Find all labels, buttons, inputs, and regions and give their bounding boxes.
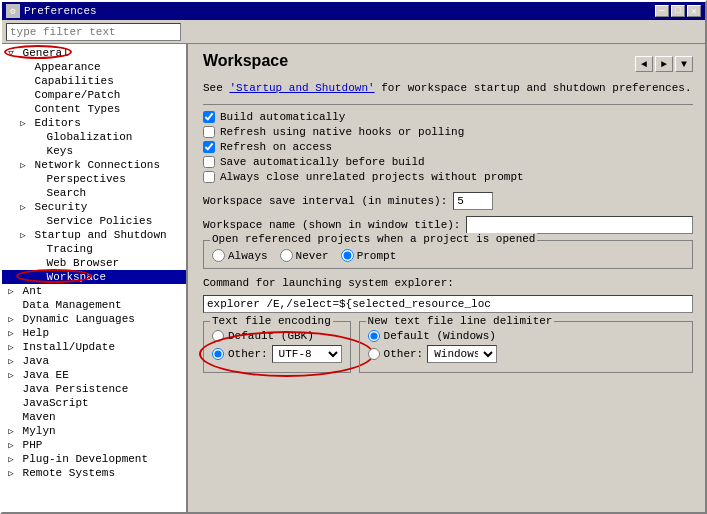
sidebar-item-editors[interactable]: ▷ Editors (2, 116, 186, 130)
sidebar-item-mylyn[interactable]: ▷ Mylyn (2, 424, 186, 438)
radio-delimiter-default[interactable] (368, 330, 380, 342)
content-panel: Workspace ◄ ► ▼ See 'Startup and Shutdow… (191, 44, 705, 512)
back-button[interactable]: ◄ (635, 56, 653, 72)
sidebar-item-network[interactable]: ▷ Network Connections (2, 158, 186, 172)
radio-prompt[interactable] (341, 249, 354, 262)
sidebar-item-general[interactable]: ▽ General (2, 46, 186, 60)
sidebar-label-editors: Editors (35, 117, 81, 129)
panel-title: Workspace (203, 52, 288, 70)
radio-encoding-other[interactable] (212, 348, 224, 360)
line-delimiter-title: New text file line delimiter (366, 315, 555, 327)
sidebar-item-plugin-dev[interactable]: ▷ Plug-in Development (2, 452, 186, 466)
expander-general: ▽ (6, 48, 16, 59)
sidebar-item-compare[interactable]: Compare/Patch (2, 88, 186, 102)
sidebar-item-service-policies[interactable]: Service Policies (2, 214, 186, 228)
expander-network: ▷ (18, 160, 28, 171)
sidebar: ▽ General Appearance Capabilities Compar… (2, 44, 187, 512)
command-label: Command for launching system explorer: (203, 277, 454, 289)
encoding-default-row: Default (GBK) (212, 330, 342, 342)
sidebar-item-globalization[interactable]: Globalization (2, 130, 186, 144)
startup-shutdown-link[interactable]: 'Startup and Shutdown' (229, 82, 374, 94)
sidebar-item-help[interactable]: ▷ Help (2, 326, 186, 340)
sidebar-label-tracing: Tracing (47, 243, 93, 255)
sidebar-item-appearance[interactable]: Appearance (2, 60, 186, 74)
expander-security: ▷ (18, 202, 28, 213)
description-prefix: See (203, 82, 229, 94)
checkbox-refresh-hooks-input[interactable] (203, 126, 215, 138)
sidebar-item-install-update[interactable]: ▷ Install/Update (2, 340, 186, 354)
sidebar-item-php[interactable]: ▷ PHP (2, 438, 186, 452)
radio-always[interactable] (212, 249, 225, 262)
sidebar-label-network: Network Connections (35, 159, 160, 171)
sidebar-item-keys[interactable]: Keys (2, 144, 186, 158)
checkbox-close-unrelated: Always close unrelated projects without … (203, 171, 693, 183)
sidebar-label-service-policies: Service Policies (47, 215, 153, 227)
sidebar-item-java-ee[interactable]: ▷ Java EE (2, 368, 186, 382)
encoding-default-label: Default (GBK) (228, 330, 314, 342)
sidebar-label-appearance: Appearance (35, 61, 101, 73)
sidebar-item-workspace[interactable]: Workspace (2, 270, 186, 284)
sidebar-item-tracing[interactable]: Tracing (2, 242, 186, 256)
sidebar-item-web-browser[interactable]: Web Browser (2, 256, 186, 270)
delimiter-dropdown[interactable]: Windows Unix Mac (427, 345, 497, 363)
sidebar-item-maven[interactable]: Maven (2, 410, 186, 424)
expander-editors: ▷ (18, 118, 28, 129)
radio-delimiter-other[interactable] (368, 348, 380, 360)
sidebar-item-perspectives[interactable]: Perspectives (2, 172, 186, 186)
workspace-name-row: Workspace name (shown in window title): (203, 216, 693, 234)
line-delimiter-group: New text file line delimiter Default (Wi… (359, 321, 693, 373)
sidebar-item-search[interactable]: Search (2, 186, 186, 200)
open-referenced-title: Open referenced projects when a project … (210, 233, 537, 245)
checkbox-refresh-access-input[interactable] (203, 141, 215, 153)
panel-description: See 'Startup and Shutdown' for workspace… (203, 82, 693, 94)
sidebar-label-dynamic-languages: Dynamic Languages (23, 313, 135, 325)
minimize-button[interactable]: — (655, 5, 669, 17)
checkbox-build-auto-input[interactable] (203, 111, 215, 123)
text-encoding-group: Text file encoding Default (GBK) Other: … (203, 321, 351, 373)
preferences-window: ⚙ Preferences — □ ✕ ▽ General (0, 0, 707, 514)
delimiter-default-row: Default (Windows) (368, 330, 684, 342)
sidebar-item-data-management[interactable]: Data Management (2, 298, 186, 312)
close-button[interactable]: ✕ (687, 5, 701, 17)
sidebar-item-content-types[interactable]: Content Types (2, 102, 186, 116)
sidebar-item-remote-systems[interactable]: ▷ Remote Systems (2, 466, 186, 480)
sidebar-item-capabilities[interactable]: Capabilities (2, 74, 186, 88)
nav-dropdown-button[interactable]: ▼ (675, 56, 693, 72)
expander-php: ▷ (6, 440, 16, 451)
command-input[interactable] (203, 295, 693, 313)
encoding-other-row: Other: UTF-8 ISO-8859-1 US-ASCII (212, 345, 342, 363)
sidebar-item-java[interactable]: ▷ Java (2, 354, 186, 368)
checkbox-refresh-hooks-label: Refresh using native hooks or polling (220, 126, 464, 138)
sidebar-item-ant[interactable]: ▷ Ant (2, 284, 186, 298)
workspace-save-input[interactable] (453, 192, 493, 210)
delimiter-other-label: Other: (384, 348, 424, 360)
sidebar-label-workspace: Workspace (47, 271, 106, 283)
sidebar-item-javascript[interactable]: JavaScript (2, 396, 186, 410)
sidebar-label-plugin-dev: Plug-in Development (23, 453, 148, 465)
checkbox-close-unrelated-input[interactable] (203, 171, 215, 183)
workspace-name-label: Workspace name (shown in window title): (203, 219, 460, 231)
description-suffix: for workspace startup and shutdown prefe… (375, 82, 692, 94)
sidebar-item-dynamic-languages[interactable]: ▷ Dynamic Languages (2, 312, 186, 326)
expander-startup: ▷ (18, 230, 28, 241)
sidebar-item-startup[interactable]: ▷ Startup and Shutdown (2, 228, 186, 242)
sidebar-label-web-browser: Web Browser (47, 257, 120, 269)
radio-encoding-default[interactable] (212, 330, 224, 342)
sidebar-item-security[interactable]: ▷ Security (2, 200, 186, 214)
sidebar-item-java-persistence[interactable]: Java Persistence (2, 382, 186, 396)
forward-button[interactable]: ► (655, 56, 673, 72)
maximize-button[interactable]: □ (671, 5, 685, 17)
sidebar-label-security: Security (35, 201, 88, 213)
workspace-save-label: Workspace save interval (in minutes): (203, 195, 447, 207)
encoding-dropdown[interactable]: UTF-8 ISO-8859-1 US-ASCII (272, 345, 342, 363)
sidebar-label-install-update: Install/Update (23, 341, 115, 353)
expander-dynamic-languages: ▷ (6, 314, 16, 325)
workspace-name-input[interactable] (466, 216, 693, 234)
checkbox-save-before-build-input[interactable] (203, 156, 215, 168)
delimiter-default-label: Default (Windows) (384, 330, 496, 342)
sidebar-label-mylyn: Mylyn (23, 425, 56, 437)
sidebar-label-keys: Keys (47, 145, 73, 157)
filter-input[interactable] (6, 23, 181, 41)
sidebar-label-php: PHP (23, 439, 43, 451)
radio-never[interactable] (280, 249, 293, 262)
